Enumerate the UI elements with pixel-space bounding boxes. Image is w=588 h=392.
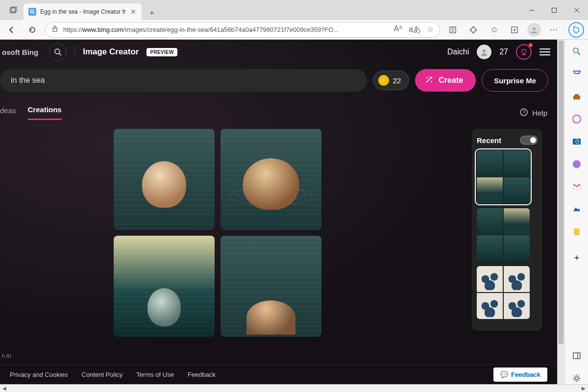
extensions-icon[interactable]	[466, 22, 481, 38]
sidebar-gmail-icon[interactable]	[571, 181, 583, 193]
lock-icon	[51, 25, 58, 34]
page-scrollbar[interactable]	[557, 40, 564, 384]
window-titlebar: Egg in the sea - Image Creator fr ✕ ＋	[0, 0, 588, 20]
sidebar-add-icon[interactable]: ＋	[571, 251, 583, 263]
help-link[interactable]: ? Help	[519, 108, 547, 118]
favorite-icon[interactable]: ☆	[427, 24, 434, 35]
horizontal-scrollbar[interactable]: ◀▶	[0, 384, 588, 392]
rewards-icon[interactable]	[516, 44, 532, 60]
menu-icon[interactable]	[539, 49, 550, 55]
svg-text:O: O	[575, 139, 579, 145]
prompt-input[interactable]: in the sea	[0, 69, 367, 92]
svg-line-18	[59, 53, 61, 55]
tab-favicon-icon	[28, 8, 36, 16]
more-icon[interactable]: ⋯	[546, 22, 562, 38]
window-minimize-button[interactable]	[520, 0, 543, 20]
sidebar-search-icon[interactable]	[571, 46, 583, 57]
svg-point-22	[573, 48, 578, 53]
svg-rect-31	[573, 353, 580, 359]
creations-grid	[114, 129, 321, 365]
edge-sidebar: O ＋	[564, 40, 588, 384]
browser-tab[interactable]: Egg in the sea - Image Creator fr ✕	[24, 3, 142, 20]
wand-icon	[425, 75, 434, 86]
sidebar-panel-icon[interactable]	[571, 350, 583, 362]
page-footer: Privacy and Cookies Content Policy Terms…	[0, 365, 557, 384]
window-maximize-button[interactable]	[543, 0, 565, 20]
footer-terms[interactable]: Terms of Use	[136, 371, 174, 378]
prompt-text: in the sea	[11, 76, 45, 85]
text-size-icon[interactable]: Aあ	[393, 24, 403, 35]
svg-point-16	[533, 27, 536, 30]
svg-point-17	[55, 49, 60, 54]
create-label: Create	[439, 76, 463, 85]
page-title: Image Creator	[83, 47, 139, 57]
tab-close-icon[interactable]: ✕	[130, 8, 137, 15]
back-button[interactable]	[4, 22, 20, 38]
recent-item[interactable]	[477, 266, 530, 319]
svg-rect-30	[574, 228, 580, 235]
recent-panel: Recent	[472, 129, 542, 331]
creation-image[interactable]	[114, 236, 215, 337]
tab-ideas[interactable]: deas	[0, 106, 16, 120]
divider	[74, 45, 75, 59]
collections-icon[interactable]	[507, 22, 522, 38]
tab-title: Egg in the sea - Image Creator fr	[40, 8, 126, 15]
bing-chat-icon[interactable]	[568, 22, 584, 38]
svg-point-33	[575, 377, 578, 380]
browser-toolbar: https://www.bing.com/images/create/egg-i…	[0, 20, 588, 40]
sidebar-shopping-icon[interactable]	[571, 68, 583, 80]
url-text: https://www.bing.com/images/create/egg-i…	[63, 26, 389, 33]
surprise-me-button[interactable]: Surprise Me	[482, 69, 548, 92]
sidebar-tools-icon[interactable]	[571, 91, 583, 102]
tab-actions-icon[interactable]	[4, 0, 24, 20]
footer-feedback[interactable]: Feedback	[188, 371, 216, 378]
creation-image[interactable]	[220, 129, 321, 230]
window-close-button[interactable]	[565, 0, 588, 20]
user-avatar[interactable]	[477, 45, 491, 59]
recent-item[interactable]	[477, 150, 530, 203]
surprise-label: Surprise Me	[494, 76, 536, 85]
recent-item[interactable]	[477, 208, 530, 261]
svg-line-23	[578, 52, 580, 55]
search-icon[interactable]	[49, 43, 67, 61]
new-tab-button[interactable]: ＋	[145, 5, 159, 20]
help-icon: ?	[519, 108, 528, 118]
reading-list-icon[interactable]	[445, 22, 461, 38]
prompt-row: in the sea ⚡ 22 Create Surprise Me	[0, 64, 557, 97]
tab-creations[interactable]: Creations	[28, 105, 62, 120]
recent-toggle[interactable]	[520, 136, 538, 145]
sidebar-office-icon[interactable]	[571, 113, 583, 125]
svg-point-26	[573, 115, 581, 123]
creation-image[interactable]	[114, 129, 215, 230]
create-button[interactable]: Create	[415, 69, 476, 92]
svg-line-3	[33, 12, 34, 14]
address-bar[interactable]: https://www.bing.com/images/create/egg-i…	[45, 22, 440, 38]
translate-icon[interactable]: aあ	[409, 24, 421, 35]
feedback-button[interactable]: 💬 Feedback	[493, 368, 547, 382]
preview-badge: PREVIEW	[147, 48, 177, 56]
svg-point-19	[483, 49, 486, 52]
ai-watermark: h AI	[2, 353, 11, 359]
sidebar-settings-icon[interactable]	[571, 372, 583, 384]
sidebar-outlook-icon[interactable]: O	[571, 136, 583, 147]
bolt-icon: ⚡	[378, 75, 389, 86]
svg-rect-5	[552, 8, 557, 12]
footer-content-policy[interactable]: Content Policy	[82, 371, 123, 378]
sidebar-note-icon[interactable]	[571, 226, 583, 238]
svg-text:?: ?	[522, 110, 525, 115]
svg-point-29	[573, 160, 581, 168]
svg-rect-25	[575, 94, 579, 96]
footer-privacy[interactable]: Privacy and Cookies	[10, 371, 68, 378]
svg-rect-24	[573, 96, 580, 99]
favorites-icon[interactable]: ✩	[486, 22, 502, 38]
boost-counter[interactable]: ⚡ 22	[373, 71, 410, 90]
rewards-points: 27	[499, 48, 508, 56]
svg-rect-8	[53, 28, 57, 31]
brand-text: osoft Bing	[0, 48, 38, 56]
recent-title: Recent	[477, 136, 501, 145]
refresh-button[interactable]	[24, 22, 40, 38]
profile-button[interactable]	[527, 23, 541, 37]
sidebar-app-icon[interactable]	[571, 203, 583, 215]
sidebar-messenger-icon[interactable]	[571, 158, 583, 170]
creation-image[interactable]	[220, 236, 321, 337]
